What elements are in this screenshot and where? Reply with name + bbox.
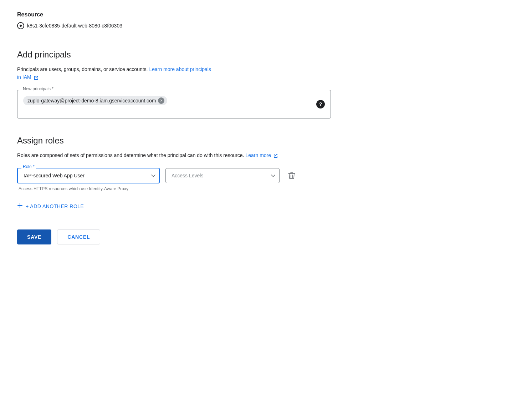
add-principals-section: Add principals Principals are users, gro… — [17, 50, 515, 118]
roles-external-icon — [273, 153, 278, 158]
save-button[interactable]: SAVE — [17, 229, 51, 244]
principals-input-box[interactable]: zuplo-gateway@project-demo-8.iam.gservic… — [17, 90, 331, 118]
resource-name: k8s1-3cfe0835-default-web-8080-c8f06303 — [27, 23, 122, 29]
iam-external-icon — [34, 75, 39, 80]
cancel-button[interactable]: CANCEL — [57, 229, 100, 244]
principal-chip-value: zuplo-gateway@project-demo-8.iam.gservic… — [27, 98, 156, 103]
iam-link[interactable]: in IAM — [17, 74, 39, 80]
resource-item: k8s1-3cfe0835-default-web-8080-c8f06303 — [17, 22, 515, 29]
action-buttons: SAVE CANCEL — [17, 229, 515, 244]
svg-point-1 — [20, 25, 22, 27]
role-field-label: Role * — [21, 164, 36, 169]
add-principals-description: Principals are users, groups, domains, o… — [17, 65, 338, 81]
help-icon[interactable]: ? — [316, 100, 325, 108]
role-dropdown-container: Role * IAP-secured Web App User — [17, 168, 160, 183]
assign-roles-section: Assign roles Roles are composed of sets … — [17, 136, 515, 212]
assign-roles-title: Assign roles — [17, 136, 515, 146]
access-levels-select[interactable]: Access Levels — [165, 168, 280, 183]
add-principals-title: Add principals — [17, 50, 515, 60]
role-select[interactable]: IAP-secured Web App User — [17, 168, 160, 183]
delete-role-button[interactable] — [285, 169, 298, 182]
assign-roles-description: Roles are composed of sets of permission… — [17, 151, 338, 159]
access-levels-container: Access Levels — [165, 168, 280, 183]
learn-more-roles-link[interactable]: Learn more — [245, 152, 271, 158]
role-row: Role * IAP-secured Web App User Access L… — [17, 168, 515, 183]
principal-chip: zuplo-gateway@project-demo-8.iam.gservic… — [23, 96, 167, 105]
add-role-icon — [17, 203, 23, 209]
resource-section: Resource k8s1-3cfe0835-default-web-8080-… — [17, 11, 515, 29]
role-description: Access HTTPS resources which use Identit… — [19, 186, 515, 191]
new-principals-label: New principals * — [21, 86, 55, 91]
chip-remove-button[interactable]: × — [158, 97, 164, 104]
learn-more-principals-link[interactable]: Learn more about principals — [149, 66, 211, 72]
resource-type-icon — [17, 22, 24, 29]
new-principals-container: New principals * zuplo-gateway@project-d… — [17, 90, 331, 118]
add-another-role-button[interactable]: + ADD ANOTHER ROLE — [17, 200, 84, 212]
add-another-role-label: + ADD ANOTHER ROLE — [26, 203, 84, 209]
divider-1 — [17, 41, 515, 41]
resource-section-title: Resource — [17, 11, 515, 18]
